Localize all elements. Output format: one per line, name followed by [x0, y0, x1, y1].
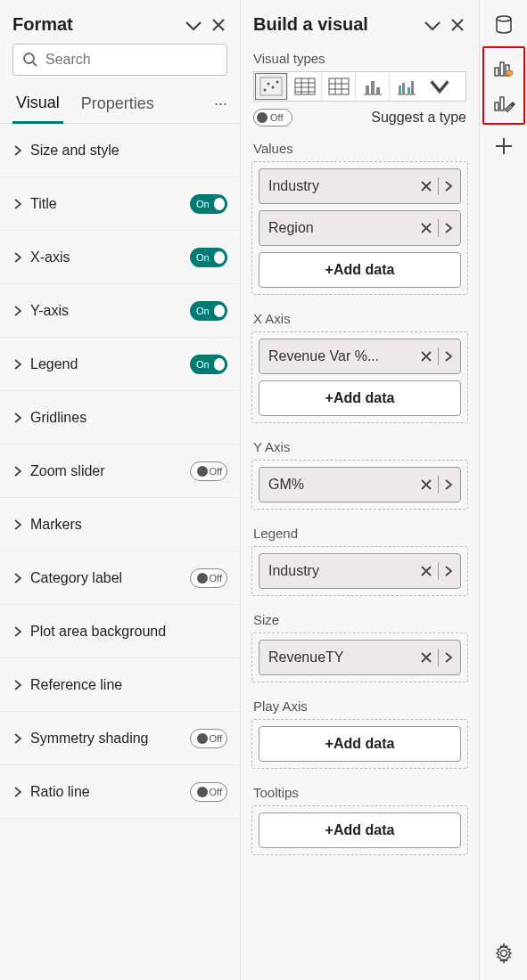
toggle-label: Off	[210, 733, 224, 744]
field-chip-name: Industry	[268, 563, 420, 579]
svg-rect-21	[376, 87, 380, 94]
toggle-label: On	[193, 252, 210, 263]
toggle-label: Off	[210, 787, 224, 797]
suggest-toggle[interactable]: Off	[253, 109, 292, 127]
vtype-column[interactable]	[356, 72, 390, 101]
format-list: Size and styleTitleOnX-axisOnY-axisOnLeg…	[0, 124, 240, 819]
field-well[interactable]: IndustryRegion+Add data	[251, 161, 468, 295]
toggle-switch[interactable]: On	[190, 355, 227, 374]
search-input-container[interactable]	[12, 44, 227, 76]
field-chip[interactable]: Industry	[259, 553, 461, 589]
remove-field-icon[interactable]	[420, 180, 432, 192]
format-row[interactable]: Markers	[0, 498, 240, 551]
svg-point-27	[497, 16, 511, 21]
format-row-label: Zoom slider	[30, 463, 105, 479]
tab-visual[interactable]: Visual	[12, 85, 63, 124]
chevron-right-icon	[12, 626, 23, 637]
format-row[interactable]: LegendOn	[0, 338, 240, 391]
format-row[interactable]: Gridlines	[0, 391, 240, 445]
format-row[interactable]: Category labelOff	[0, 551, 240, 605]
rail-settings-icon[interactable]	[486, 935, 522, 971]
field-chip-name: RevenueTY	[268, 649, 420, 666]
vtype-scatter[interactable]	[254, 72, 288, 101]
field-menu-icon[interactable]	[444, 222, 453, 234]
format-row[interactable]: Zoom sliderOff	[0, 445, 240, 498]
svg-rect-19	[366, 86, 369, 94]
rail-format-icon[interactable]	[486, 86, 522, 121]
field-chip[interactable]: Region	[259, 210, 461, 246]
chevron-right-icon	[12, 733, 23, 744]
collapse-icon[interactable]	[424, 16, 441, 34]
toggle-switch[interactable]: On	[190, 194, 227, 214]
toggle-switch[interactable]: On	[190, 301, 227, 321]
format-row[interactable]: TitleOn	[0, 177, 240, 231]
toggle-switch[interactable]: Off	[190, 568, 227, 588]
field-chip[interactable]: Industry	[259, 168, 461, 204]
add-data-button[interactable]: +Add data	[259, 252, 461, 288]
chevron-right-icon	[12, 412, 23, 423]
remove-field-icon[interactable]	[420, 651, 432, 664]
field-menu-icon[interactable]	[444, 565, 453, 577]
format-row-label: Reference line	[30, 677, 122, 693]
svg-point-4	[267, 83, 269, 86]
svg-point-31	[506, 70, 513, 76]
rail-data-icon[interactable]	[486, 7, 522, 43]
field-menu-icon[interactable]	[444, 180, 453, 192]
format-row[interactable]: X-axisOn	[0, 231, 240, 284]
remove-field-icon[interactable]	[420, 565, 432, 577]
format-row[interactable]: Reference line	[0, 658, 240, 712]
well-label: Tooltips	[241, 778, 479, 805]
remove-field-icon[interactable]	[420, 222, 432, 234]
field-menu-icon[interactable]	[444, 478, 453, 491]
format-row[interactable]: Ratio lineOff	[0, 765, 240, 819]
search-input[interactable]	[45, 52, 218, 68]
well-label: Legend	[241, 519, 479, 546]
search-icon	[22, 52, 38, 68]
svg-rect-26	[411, 81, 414, 94]
field-well[interactable]: RevenueTY	[251, 633, 468, 682]
rail-add-icon[interactable]	[486, 128, 522, 164]
tabs-more-icon[interactable]: ···	[214, 94, 227, 113]
field-chip[interactable]: Revenue Var %...	[259, 339, 461, 374]
svg-rect-13	[329, 78, 349, 94]
field-well[interactable]: GM%	[251, 460, 468, 510]
well-label: Play Axis	[241, 691, 479, 719]
tab-properties[interactable]: Properties	[78, 86, 158, 122]
field-well[interactable]: +Add data	[251, 719, 468, 769]
field-menu-icon[interactable]	[444, 651, 453, 664]
vtype-matrix[interactable]	[322, 72, 356, 101]
field-menu-icon[interactable]	[444, 350, 453, 363]
collapse-icon[interactable]	[185, 16, 202, 34]
format-row-label: X-axis	[30, 249, 70, 265]
field-well[interactable]: +Add data	[251, 805, 468, 855]
format-row[interactable]: Size and style	[0, 124, 240, 177]
toggle-switch[interactable]: Off	[190, 729, 227, 748]
add-data-button[interactable]: +Add data	[259, 726, 461, 762]
vtype-table[interactable]	[288, 72, 322, 101]
format-row[interactable]: Plot area background	[0, 605, 240, 658]
svg-point-0	[24, 53, 34, 63]
format-row[interactable]: Y-axisOn	[0, 284, 240, 338]
svg-rect-32	[495, 102, 498, 110]
toggle-switch[interactable]: Off	[190, 782, 227, 802]
vtype-clustered[interactable]	[390, 72, 424, 101]
remove-field-icon[interactable]	[420, 478, 432, 491]
svg-rect-24	[402, 83, 405, 94]
remove-field-icon[interactable]	[420, 350, 432, 363]
field-well[interactable]: Revenue Var %...+Add data	[251, 331, 468, 423]
close-icon[interactable]	[449, 16, 466, 34]
toggle-switch[interactable]: On	[190, 248, 227, 267]
svg-point-36	[500, 951, 506, 957]
field-well[interactable]: Industry	[251, 546, 468, 596]
chevron-right-icon	[12, 787, 23, 797]
field-chip[interactable]: GM%	[259, 467, 461, 502]
toggle-switch[interactable]: Off	[190, 461, 227, 481]
close-icon[interactable]	[210, 16, 227, 34]
add-data-button[interactable]: +Add data	[259, 813, 461, 848]
field-chip[interactable]: RevenueTY	[259, 640, 461, 675]
add-data-button[interactable]: +Add data	[259, 380, 461, 416]
build-pane: Build a visual Visual types	[241, 0, 480, 980]
format-row[interactable]: Symmetry shadingOff	[0, 712, 240, 765]
vtype-dropdown[interactable]	[424, 72, 456, 101]
rail-build-icon[interactable]	[486, 50, 522, 86]
